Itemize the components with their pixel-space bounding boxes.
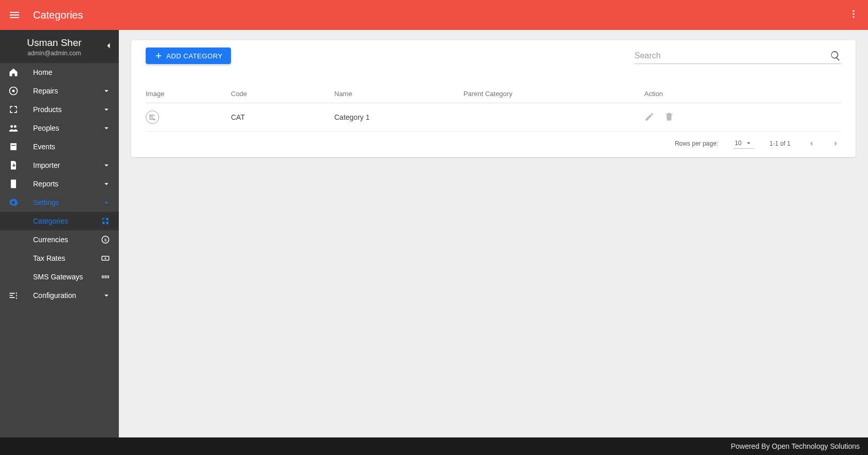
cell-code: CAT (231, 103, 334, 132)
chevron-right-icon (831, 138, 841, 149)
user-email: admin@admin.com (8, 50, 111, 57)
sidebar-subitem-currencies[interactable]: Currencies $ (0, 230, 119, 249)
sidebar-item-label: Peoples (33, 124, 101, 132)
card-toolbar: ADD CATEGORY (146, 48, 841, 64)
search-icon (830, 50, 841, 64)
repairs-icon (7, 86, 20, 96)
th-name[interactable]: Name (334, 85, 463, 103)
svg-point-4 (12, 90, 15, 92)
gateway-icon (99, 272, 112, 281)
chevron-left-icon (103, 41, 114, 51)
svg-point-6 (14, 125, 17, 128)
sidebar-subitem-categories[interactable]: Categories (0, 212, 119, 230)
sidebar-item-repairs[interactable]: Repairs (0, 82, 119, 100)
sidebar-nav: Home Repairs Products Peoples Events (0, 63, 119, 437)
plus-icon (154, 51, 163, 60)
user-block: Usman Sher admin@admin.com (0, 30, 119, 63)
svg-text:$: $ (104, 238, 107, 242)
sidebar-subitem-sms-gateways[interactable]: SMS Gateways (0, 268, 119, 286)
chevron-down-icon (101, 179, 112, 189)
rows-per-page-value: 10 (735, 139, 741, 147)
edit-button[interactable] (644, 112, 655, 123)
pencil-icon (644, 112, 655, 122)
sidebar-item-label: Reports (33, 180, 101, 188)
sidebar-item-label: Products (33, 105, 101, 114)
svg-point-10 (105, 258, 106, 259)
sidebar-item-label: Configuration (33, 291, 101, 300)
pagination: Rows per page: 10 1-1 of 1 (146, 132, 841, 152)
header-more-button[interactable] (848, 9, 859, 21)
events-icon (7, 142, 20, 152)
products-icon (7, 104, 20, 115)
cell-action (644, 103, 841, 132)
sidebar-item-events[interactable]: Events (0, 137, 119, 156)
sidebar-subitem-tax-rates[interactable]: Tax Rates (0, 249, 119, 268)
sidebar-item-label: Repairs (33, 87, 101, 95)
page-title: Categories (33, 9, 83, 21)
chevron-down-icon (101, 291, 112, 300)
chevron-down-icon (101, 105, 112, 114)
reports-icon (7, 179, 20, 189)
sidebar: Usman Sher admin@admin.com Home Repairs … (0, 30, 119, 437)
currency-icon: $ (99, 235, 112, 244)
peoples-icon (7, 123, 20, 133)
tax-icon (99, 254, 112, 263)
chevron-down-icon (101, 161, 112, 170)
svg-point-5 (10, 125, 13, 128)
add-category-button[interactable]: ADD CATEGORY (146, 48, 231, 64)
app-header: Categories (0, 0, 868, 30)
sidebar-item-reports[interactable]: Reports (0, 175, 119, 193)
sidebar-item-label: Settings (33, 198, 101, 207)
cell-parent (463, 103, 644, 132)
sidebar-item-importer[interactable]: Importer (0, 156, 119, 175)
sidebar-subitem-label: Tax Rates (33, 254, 99, 262)
importer-icon (7, 160, 20, 170)
sidebar-collapse-button[interactable] (103, 41, 114, 53)
table-row[interactable]: CAT Category 1 (146, 103, 841, 132)
th-image[interactable]: Image (146, 85, 231, 103)
more-vert-icon (848, 9, 859, 19)
search-wrap (634, 48, 841, 64)
search-input[interactable] (634, 48, 841, 64)
chevron-down-icon (101, 123, 112, 133)
add-button-label: ADD CATEGORY (166, 52, 223, 60)
main-content: ADD CATEGORY Image Code Name Parent Cate… (119, 30, 868, 437)
th-action: Action (644, 85, 841, 103)
cell-name: Category 1 (334, 103, 463, 132)
sidebar-item-home[interactable]: Home (0, 63, 119, 82)
rows-per-page-label: Rows per page: (675, 140, 718, 147)
footer: Powered By Open Technology Solutions (0, 437, 868, 455)
prev-page-button[interactable] (806, 138, 816, 149)
th-code[interactable]: Code (231, 85, 334, 103)
th-parent[interactable]: Parent Category (463, 85, 644, 103)
sidebar-item-label: Importer (33, 161, 101, 169)
rows-per-page-select[interactable]: 10 (734, 138, 754, 149)
chevron-up-icon (101, 198, 112, 207)
home-icon (7, 67, 20, 77)
chevron-left-icon (806, 138, 816, 149)
delete-button[interactable] (664, 112, 674, 123)
svg-point-0 (853, 10, 854, 12)
sidebar-item-label: Home (33, 68, 112, 76)
sidebar-item-configuration[interactable]: Configuration (0, 286, 119, 305)
sidebar-item-products[interactable]: Products (0, 100, 119, 119)
svg-point-2 (853, 16, 854, 18)
gear-icon (7, 197, 20, 208)
svg-point-1 (853, 13, 854, 14)
menu-toggle-button[interactable] (8, 9, 21, 21)
configuration-icon (7, 290, 20, 301)
hamburger-icon (8, 9, 21, 21)
sidebar-subitem-label: Currencies (33, 236, 99, 244)
dropdown-icon (745, 139, 753, 147)
categories-table: Image Code Name Parent Category Action (146, 85, 841, 132)
pagination-range: 1-1 of 1 (769, 140, 791, 147)
content-card: ADD CATEGORY Image Code Name Parent Cate… (131, 40, 856, 157)
sidebar-item-settings[interactable]: Settings (0, 193, 119, 212)
next-page-button[interactable] (831, 138, 841, 149)
cell-image (146, 103, 231, 132)
sidebar-subitem-label: SMS Gateways (33, 273, 99, 281)
sidebar-item-peoples[interactable]: Peoples (0, 119, 119, 137)
category-icon (99, 216, 112, 226)
chevron-down-icon (101, 86, 112, 96)
trash-icon (664, 112, 674, 122)
